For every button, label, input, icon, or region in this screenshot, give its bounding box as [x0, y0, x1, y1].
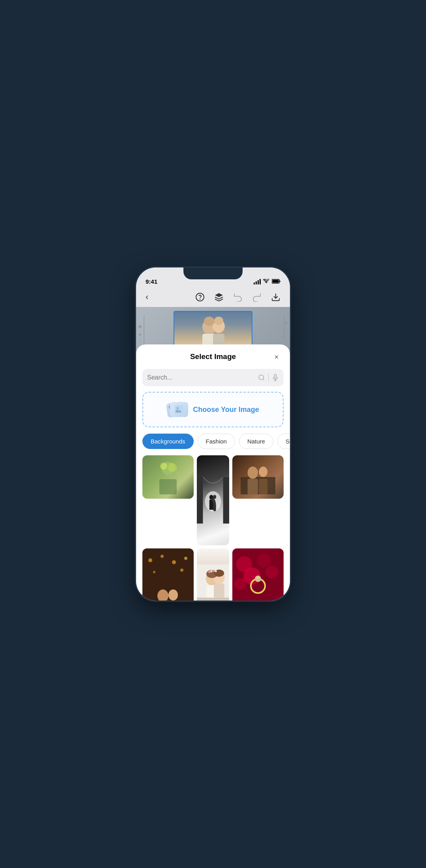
- svg-point-54: [210, 570, 213, 572]
- svg-point-17: [259, 375, 263, 380]
- list-item[interactable]: [142, 548, 194, 600]
- svg-point-6: [138, 325, 142, 328]
- app-bar-icons: [194, 291, 282, 303]
- undo-button[interactable]: [232, 291, 244, 303]
- svg-point-56: [215, 570, 217, 572]
- svg-rect-23: [159, 479, 177, 495]
- search-divider: [268, 373, 269, 382]
- svg-point-38: [148, 558, 152, 562]
- svg-point-45: [168, 589, 178, 600]
- svg-rect-26: [197, 477, 203, 524]
- svg-rect-1: [273, 280, 279, 282]
- choose-image-button[interactable]: Choose Your Image: [142, 392, 284, 427]
- app-bar-left: ‹: [144, 290, 150, 304]
- tab-fashion[interactable]: Fashion: [198, 434, 235, 449]
- list-item[interactable]: [142, 455, 194, 499]
- list-item[interactable]: [197, 548, 229, 600]
- svg-point-25: [168, 463, 177, 472]
- choose-image-label: Choose Your Image: [193, 406, 259, 414]
- help-button[interactable]: [194, 291, 206, 303]
- svg-point-43: [180, 569, 183, 572]
- redo-button[interactable]: [250, 291, 263, 303]
- svg-point-53: [208, 571, 210, 573]
- search-container: [142, 369, 284, 386]
- svg-point-16: [214, 317, 223, 325]
- svg-point-55: [213, 570, 215, 572]
- svg-point-64: [234, 578, 246, 590]
- right-decoration-icon: [280, 315, 288, 339]
- svg-point-61: [257, 553, 271, 567]
- microphone-icon[interactable]: [272, 374, 279, 381]
- wifi-icon: [263, 279, 269, 285]
- app-bar: ‹: [136, 287, 290, 307]
- svg-rect-37: [142, 548, 194, 600]
- list-item[interactable]: [232, 548, 284, 600]
- svg-point-7: [139, 333, 141, 336]
- image-thumbnail-icon: [148, 460, 189, 494]
- modal-title: Select Image: [190, 352, 236, 361]
- svg-rect-58: [214, 584, 224, 598]
- list-item[interactable]: [197, 455, 229, 545]
- search-bar: [142, 369, 284, 386]
- back-button[interactable]: ‹: [144, 290, 150, 304]
- image-thumbnail-icon: [232, 548, 284, 600]
- battery-icon: [272, 279, 280, 285]
- svg-point-41: [184, 557, 187, 560]
- svg-point-33: [248, 467, 258, 479]
- tab-science[interactable]: Science: [277, 434, 290, 449]
- download-button[interactable]: [269, 291, 282, 303]
- phone-frame: 9:41 ‹: [136, 268, 290, 600]
- image-thumbnail-icon: [237, 460, 278, 494]
- image-picker-icon: [167, 401, 188, 418]
- svg-point-39: [161, 555, 164, 558]
- image-thumbnail-icon: [197, 548, 229, 600]
- status-time: 9:41: [146, 278, 157, 285]
- tab-nature[interactable]: Nature: [239, 434, 273, 449]
- svg-rect-27: [223, 477, 229, 524]
- tab-backgrounds[interactable]: Backgrounds: [142, 434, 194, 449]
- svg-point-34: [259, 467, 267, 477]
- image-thumbnail-icon: [197, 455, 229, 545]
- phone-screen: 9:41 ‹: [136, 268, 290, 600]
- svg-rect-36: [259, 479, 267, 494]
- svg-point-24: [160, 463, 167, 470]
- svg-point-42: [153, 571, 155, 573]
- layers-button[interactable]: [213, 291, 225, 303]
- svg-rect-35: [248, 479, 258, 494]
- image-grid: [136, 455, 290, 600]
- signal-icon: [254, 279, 261, 284]
- svg-point-10: [285, 322, 287, 324]
- mountain-sun-icon: [175, 405, 183, 414]
- category-tabs: Backgrounds Fashion Nature Science: [136, 434, 290, 455]
- close-button[interactable]: ×: [271, 352, 282, 363]
- list-item[interactable]: [232, 455, 284, 499]
- svg-point-63: [265, 566, 278, 578]
- modal-header: Select Image ×: [136, 344, 290, 366]
- image-icon-front: [170, 402, 188, 417]
- search-input[interactable]: [147, 374, 255, 381]
- svg-point-15: [204, 317, 215, 326]
- left-decoration-icon: [138, 315, 150, 346]
- svg-point-3: [200, 299, 200, 299]
- svg-rect-20: [175, 405, 183, 414]
- svg-point-21: [177, 407, 179, 410]
- image-thumbnail-icon: [142, 548, 194, 600]
- modal-sheet: Select Image ×: [136, 344, 290, 600]
- search-icon: [258, 374, 265, 381]
- notch: [183, 268, 243, 279]
- svg-point-30: [213, 495, 216, 499]
- svg-point-40: [172, 560, 176, 564]
- status-icons: [254, 279, 280, 285]
